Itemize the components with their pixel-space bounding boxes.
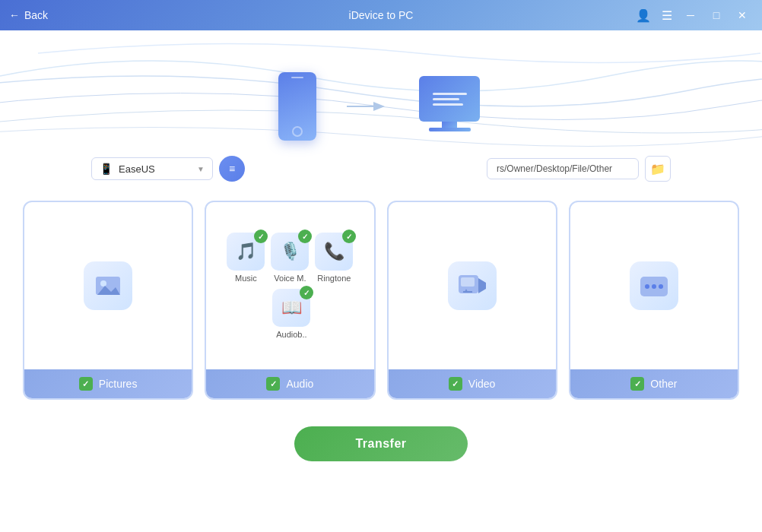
destination-device-pc [415, 76, 484, 137]
audiobook-check-badge: ✓ [300, 286, 313, 299]
other-card-body [570, 202, 738, 369]
audiobook-label: Audiob.. [276, 330, 306, 339]
chevron-down-icon: ▼ [197, 165, 205, 173]
pictures-icon [84, 261, 132, 310]
svg-point-11 [645, 284, 649, 289]
other-card-footer: ✓ Other [570, 369, 738, 398]
phone-mini-icon: 📱 [100, 163, 113, 175]
ringtone-icon: 📞 ✓ [315, 233, 353, 271]
transfer-section: Transfer [0, 423, 762, 461]
video-card[interactable]: ✓ Video [387, 201, 557, 400]
ringtone-sub-item: 📞 ✓ Ringtone [315, 233, 353, 283]
pictures-label: Pictures [99, 378, 138, 390]
back-arrow-icon: ← [9, 9, 20, 21]
menu-icon[interactable]: ☰ [659, 7, 675, 24]
audiobook-icon: 📖 ✓ [272, 289, 310, 327]
device-name: EaseUS [119, 163, 191, 175]
voicememo-label: Voice M. [274, 274, 306, 283]
folder-icon: 📁 [650, 162, 665, 176]
audio-subgrid-row2: 📖 ✓ Audiob.. [269, 289, 310, 339]
audiobook-sub-item: 📖 ✓ Audiob.. [272, 289, 310, 339]
svg-point-3 [100, 280, 106, 287]
transfer-button[interactable]: Transfer [294, 426, 467, 461]
pictures-check[interactable]: ✓ [79, 377, 93, 391]
sync-icon: ≡ [229, 163, 235, 175]
svg-point-13 [659, 284, 663, 289]
music-icon: 🎵 ✓ [227, 233, 265, 271]
voicememo-sub-item: 🎙️ ✓ Voice M. [271, 233, 309, 283]
user-icon[interactable]: 👤 [633, 7, 654, 24]
svg-marker-6 [478, 278, 486, 293]
destination-selector: rs/Owner/Desktop/File/Other 📁 [487, 156, 671, 182]
audio-label: Audio [286, 378, 313, 390]
source-device-phone [278, 72, 316, 141]
window-controls: 👤 ☰ ─ □ ✕ [633, 5, 753, 26]
source-selector: 📱 EaseUS ▼ ≡ [91, 156, 245, 182]
svg-rect-7 [461, 277, 475, 287]
other-card[interactable]: ✓ Other [569, 201, 739, 400]
category-cards: ✓ Pictures 🎵 ✓ Music [0, 201, 762, 400]
svg-point-12 [652, 284, 656, 289]
other-label: Other [650, 378, 677, 390]
video-check[interactable]: ✓ [449, 377, 462, 391]
app-title: iDevice to PC [349, 9, 414, 21]
other-check[interactable]: ✓ [630, 377, 644, 391]
sync-button[interactable]: ≡ [219, 156, 245, 182]
pictures-card[interactable]: ✓ Pictures [23, 201, 193, 400]
pictures-card-body [24, 202, 192, 369]
music-check-badge: ✓ [254, 230, 268, 243]
transfer-arrow [347, 97, 385, 116]
audio-subgrid: 🎵 ✓ Music 🎙️ ✓ Voice M. [227, 233, 353, 283]
svg-marker-1 [373, 102, 385, 111]
other-icon [630, 261, 678, 310]
minimize-button[interactable]: ─ [680, 5, 701, 26]
browse-folder-button[interactable]: 📁 [645, 156, 671, 182]
destination-path: rs/Owner/Desktop/File/Other [487, 158, 639, 179]
video-card-body [389, 202, 556, 369]
voicememo-check-badge: ✓ [298, 230, 312, 243]
audio-card[interactable]: 🎵 ✓ Music 🎙️ ✓ Voice M. [205, 201, 375, 400]
controls-row: 📱 EaseUS ▼ ≡ rs/Owner/Desktop/File/Other… [0, 156, 762, 182]
audio-card-footer: ✓ Audio [206, 369, 373, 398]
back-label: Back [24, 9, 48, 21]
music-sub-item: 🎵 ✓ Music [227, 233, 265, 283]
video-icon [448, 261, 497, 310]
main-content: 📱 EaseUS ▼ ≡ rs/Owner/Desktop/File/Other… [0, 30, 762, 532]
transfer-graphic [0, 30, 762, 156]
video-card-footer: ✓ Video [389, 369, 556, 398]
audio-check[interactable]: ✓ [266, 377, 280, 391]
ringtone-check-badge: ✓ [342, 230, 356, 243]
music-label: Music [235, 274, 257, 283]
voicememo-icon: 🎙️ ✓ [271, 233, 309, 271]
maximize-button[interactable]: □ [706, 5, 727, 26]
titlebar: ← Back iDevice to PC 👤 ☰ ─ □ ✕ [0, 0, 762, 30]
audio-card-body: 🎵 ✓ Music 🎙️ ✓ Voice M. [206, 202, 373, 369]
video-label: Video [468, 378, 496, 390]
close-button[interactable]: ✕ [732, 5, 753, 26]
back-button[interactable]: ← Back [9, 9, 48, 21]
ringtone-label: Ringtone [317, 274, 351, 283]
device-dropdown[interactable]: 📱 EaseUS ▼ [91, 157, 213, 180]
pictures-card-footer: ✓ Pictures [24, 369, 192, 398]
